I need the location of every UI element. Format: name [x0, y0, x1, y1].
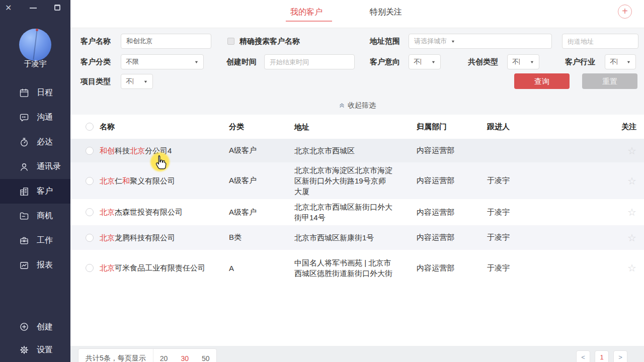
project-type-select[interactable]: 不限 ▼	[121, 74, 153, 89]
sidebar-item-bida[interactable]: 必达	[0, 130, 70, 154]
maximize-icon[interactable]	[54, 3, 60, 14]
chevron-down-icon: ▼	[530, 60, 534, 64]
sidebar-item-label: 客户	[37, 186, 53, 197]
customer-department: 内容运营部	[417, 146, 487, 155]
create-button[interactable]: 创建	[0, 315, 70, 338]
minimize-icon[interactable]	[30, 3, 37, 14]
customer-name-link[interactable]: 北京龙腾科技有限公司	[100, 232, 229, 243]
customer-address: 北京市西城区新康街1号	[294, 232, 417, 243]
star-icon[interactable]: ☆	[609, 176, 644, 186]
row-radio[interactable]	[86, 147, 94, 155]
exact-search-checkbox[interactable]	[227, 38, 234, 45]
header-address: 地址	[294, 122, 417, 132]
create-label: 创建	[37, 322, 53, 332]
customer-department: 内容运营部	[417, 263, 487, 273]
reset-button[interactable]: 重置	[582, 73, 637, 89]
folder-icon	[19, 211, 29, 221]
create-time-input[interactable]	[264, 54, 355, 69]
city-select-placeholder: 请选择城市	[414, 37, 447, 46]
row-radio[interactable]	[86, 177, 94, 185]
cocreate-type-select[interactable]: 不限 ▼	[507, 54, 539, 69]
header-category: 分类	[229, 122, 294, 132]
table-row[interactable]: 北京杰森世投资有限公司 A级客户 北京北京市西城区新街口外大街甲14号 内容运营…	[70, 199, 644, 225]
customer-address: 北京北京市西城区	[294, 145, 417, 156]
customer-follower: 于凌宇	[487, 233, 609, 242]
app-window: ✕ 于凌宇 日程 沟通 必达 通讯录	[0, 0, 644, 362]
customer-category: A级客户	[229, 208, 294, 217]
settings-button[interactable]: 设置	[0, 338, 70, 361]
header-department: 归属部门	[417, 122, 487, 132]
table-row[interactable]: 北京龙腾科技有限公司 B类 北京市西城区新康街1号 内容运营部 于凌宇 ☆	[70, 225, 644, 250]
window-controls: ✕	[5, 3, 60, 14]
star-icon[interactable]: ☆	[609, 146, 644, 156]
sidebar-item-label: 工作	[37, 235, 53, 246]
tab-special-focus[interactable]: 特别关注	[370, 7, 402, 18]
table-row[interactable]: 和创科技北京分公司4 A级客户 北京北京市西城区 内容运营部 ☆	[70, 139, 644, 162]
table-row[interactable]: 北京仁和聚义有限公司 A级客户 北京北京市海淀区北京市海淀区新街口外大街路19号…	[70, 162, 644, 199]
customer-intent-select[interactable]: 不限 ▼	[409, 54, 441, 69]
star-icon[interactable]: ☆	[609, 207, 644, 217]
row-radio[interactable]	[86, 208, 94, 216]
exact-search-label: 精确搜索客户名称	[239, 34, 300, 49]
prev-page-button[interactable]: <	[576, 350, 590, 362]
sidebar-item-customers[interactable]: 客户	[0, 179, 70, 204]
sidebar-item-schedule[interactable]: 日程	[0, 80, 70, 105]
customer-address: 中国名人将军书画苑 | 北京市西城区德胜街道新街口外大街	[294, 257, 417, 279]
sidebar-item-work[interactable]: 工作	[0, 228, 70, 253]
customer-name-input[interactable]	[121, 34, 211, 49]
customer-industry-select[interactable]: 不限 ▼	[605, 54, 636, 69]
customer-category-value: 不限	[126, 57, 139, 66]
close-icon[interactable]: ✕	[5, 3, 12, 14]
footer-bar: 共计5条，每页显示 20 30 50 < 1 >	[70, 346, 644, 362]
customer-address: 北京北京市西城区新街口外大街甲14号	[294, 202, 417, 223]
chevron-down-icon: ▼	[143, 79, 148, 84]
current-page-button[interactable]: 1	[595, 350, 609, 362]
page-size-20[interactable]: 20	[153, 354, 175, 362]
next-page-button[interactable]: >	[613, 350, 627, 362]
customer-industry-value: 不限	[610, 57, 617, 66]
customer-name-link[interactable]: 北京仁和聚义有限公司	[100, 175, 229, 187]
tab-my-customers[interactable]: 我的客户	[290, 7, 323, 18]
add-customer-button[interactable]: +	[618, 5, 632, 19]
customer-intent-label: 客户意向	[370, 54, 400, 69]
star-icon[interactable]: ☆	[609, 263, 644, 273]
sidebar-item-opportunities[interactable]: 商机	[0, 204, 70, 228]
sidebar-item-label: 商机	[37, 211, 53, 221]
collapse-filter-link[interactable]: 收起筛选	[70, 101, 644, 110]
city-select[interactable]: 请选择城市 ▼	[409, 34, 552, 49]
address-range-label: 地址范围	[370, 34, 400, 49]
customer-follower: 于凌宇	[487, 176, 609, 186]
sidebar-bottom: 创建 设置	[0, 315, 70, 361]
table-row[interactable]: 北京可米食品工业有限责任公司 A 中国名人将军书画苑 | 北京市西城区德胜街道新…	[70, 250, 644, 286]
customer-name-label: 客户名称	[80, 34, 111, 49]
sidebar-item-label: 沟通	[37, 112, 53, 123]
search-button[interactable]: 查询	[514, 73, 570, 89]
cocreate-type-value: 不限	[512, 57, 520, 66]
street-address-input[interactable]	[562, 34, 638, 49]
customer-category-select[interactable]: 不限 ▼	[121, 54, 204, 69]
customer-name-link[interactable]: 和创科技北京分公司4	[100, 145, 229, 156]
select-all-radio[interactable]	[86, 123, 94, 131]
chevron-down-icon: ▼	[194, 60, 199, 64]
user-name: 于凌宇	[0, 59, 70, 69]
page-size-50[interactable]: 50	[195, 354, 216, 362]
header-follower: 跟进人	[487, 122, 609, 132]
calendar-icon	[19, 88, 29, 98]
tab-bar: 我的客户 特别关注 +	[70, 0, 644, 28]
record-count-summary: 共计5条，每页显示	[78, 354, 153, 362]
customer-category-label: 客户分类	[80, 54, 111, 69]
row-radio[interactable]	[86, 234, 94, 242]
customer-name-link[interactable]: 北京可米食品工业有限责任公司	[100, 262, 229, 274]
plus-circle-icon	[19, 322, 29, 332]
star-icon[interactable]: ☆	[609, 233, 644, 243]
row-radio[interactable]	[86, 264, 94, 272]
sidebar-item-contacts[interactable]: 通讯录	[0, 154, 70, 179]
sidebar-nav: 日程 沟通 必达 通讯录 客户 商机	[0, 80, 70, 278]
customer-department: 内容运营部	[417, 208, 487, 217]
customer-follower: 于凌宇	[487, 263, 609, 273]
sidebar-item-communication[interactable]: 沟通	[0, 105, 70, 130]
chart-icon	[19, 260, 29, 270]
sidebar-item-reports[interactable]: 报表	[0, 253, 70, 278]
page-size-30[interactable]: 30	[174, 354, 195, 362]
customer-name-link[interactable]: 北京杰森世投资有限公司	[100, 207, 229, 218]
